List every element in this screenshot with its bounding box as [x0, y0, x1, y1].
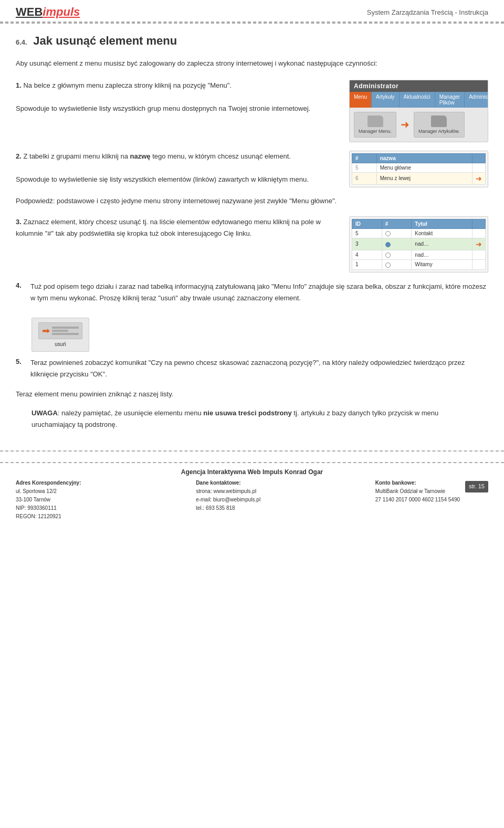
- ss3-row-4-empty: [472, 260, 486, 269]
- ss3-table: ID # Tytuł 5 Kontakt: [352, 219, 486, 270]
- footer-contact-col: Dane kontaktowe: strona: www.webimpuls.p…: [196, 479, 260, 521]
- step-5-num: 5.: [16, 357, 30, 380]
- step-1-num: 1.: [16, 81, 22, 89]
- step-1-text: 1. Na belce z głównym menu zaplecza stro…: [16, 80, 339, 114]
- ss2-row-1-arrow: [472, 163, 486, 172]
- ss3-row-3-radio: [382, 250, 412, 259]
- ss1-nav-menu: Menu: [350, 92, 372, 108]
- ss3-th-id: ID: [352, 219, 382, 228]
- ss3-thead: ID # Tytuł: [352, 219, 486, 228]
- screenshot-3: ID # Tytuł 5 Kontakt: [349, 216, 488, 272]
- step-3-num: 3.: [16, 218, 22, 226]
- main-content: 6.4. Jak usunąć element menu Aby usunąć …: [0, 24, 504, 450]
- ss3-row-1-title: Kontakt: [412, 228, 472, 238]
- ss2-table: # nazwa 5 Menu główne 6 Me: [352, 153, 486, 185]
- intro-paragraph: Aby usunąć element z menu musisz być zal…: [16, 58, 488, 69]
- usun-label: usuń: [38, 341, 82, 347]
- footer-nip: NIP: 9930360111: [16, 504, 81, 512]
- ss1-nav: Menu Artykuły Aktualności Manager Plików…: [350, 92, 488, 108]
- footer-page-number: str. 15: [465, 481, 488, 492]
- footer-bank-label: Konto bankowe:: [375, 479, 460, 487]
- ss1-manager-artykuly-label: Manager Artykułów.: [418, 129, 460, 134]
- footer-contact-label: Dane kontaktowe:: [196, 479, 260, 487]
- ss1-admin-bar: Administrator: [350, 80, 488, 92]
- ss1-manager-artykuly-box: Manager Artykułów.: [414, 112, 465, 138]
- step-4-text: Tuż pod opisem tego działu i zaraz nad t…: [30, 281, 488, 304]
- footer-bank-1: MultiBank Oddział w Tarnowie: [375, 487, 460, 496]
- section-title: Jak usunąć element menu: [33, 34, 177, 47]
- ss1-nav-manager-plikow: Manager Plików: [435, 92, 465, 108]
- step-1-image: Administrator Menu Artykuły Aktualności …: [349, 80, 488, 142]
- step-2-text3: Spowoduje to wyświetlenie się listy wszy…: [16, 175, 309, 183]
- ss1-arrow-icon: ➜: [398, 118, 412, 131]
- radio-2: [385, 242, 391, 247]
- footer-address-2: 33-100 Tarnów: [16, 496, 81, 504]
- step-2-text1: Z tabelki z grupami menu kliknij na: [23, 152, 130, 160]
- usun-screenshot: ➡ usuń: [32, 318, 89, 352]
- radio-4: [385, 263, 391, 268]
- ss2-th-hash: #: [352, 153, 377, 163]
- ss3-th-tytul: Tytuł: [412, 219, 472, 228]
- usun-toolbar: ➡: [38, 322, 82, 339]
- ss3-row-2-radio: [382, 238, 412, 250]
- step-5-text: Teraz powinieneś zobaczyć komunikat "Czy…: [30, 357, 488, 380]
- screenshot-1: Administrator Menu Artykuły Aktualności …: [349, 80, 488, 142]
- uwaga-label: UWAGA: [32, 409, 58, 417]
- ss2-tbody: 5 Menu główne 6 Menu z lewej ➜: [352, 163, 486, 184]
- step-3-text: 3. Zaznacz element, który chcesz usunąć …: [16, 216, 339, 239]
- footer-phone: tel.: 693 535 818: [196, 504, 260, 512]
- step-2-text: 2. Z tabelki z grupami menu kliknij na n…: [16, 151, 339, 185]
- ss1-nav-aktualnosci: Aktualności: [400, 92, 435, 108]
- ss2-th-arrow: [472, 153, 486, 163]
- ss2-row-1-name: Menu główne: [376, 163, 472, 172]
- ss3-row-3: 4 nad…: [352, 250, 486, 259]
- ss1-icon-area: Manager Menu. ➜ Manager Artykułów.: [354, 112, 465, 138]
- ss3-row-1-empty: [472, 228, 486, 238]
- ss3-th-arrow: [472, 219, 486, 228]
- footer-address-label: Adres Korespondencyjny:: [16, 479, 81, 487]
- ss1-nav-artykuly: Artykuły: [372, 92, 400, 108]
- ss1-body: Manager Menu. ➜ Manager Artykułów.: [350, 108, 488, 142]
- footer-cols: Adres Korespondencyjny: ul. Sportowa 12/…: [16, 479, 488, 521]
- uwaga-text1: : należy pamiętać, że usunięcie elementu…: [58, 409, 204, 417]
- step-2-num: 2.: [16, 152, 22, 160]
- footer-email: e-mail: biuro@webimpuls.pl: [196, 496, 260, 504]
- usun-arrow-icon: ➡: [42, 325, 50, 337]
- section-title-block: 6.4. Jak usunąć element menu: [16, 34, 488, 48]
- ss3-row-2-arrow: ➜: [472, 238, 486, 250]
- usun-line-2: [52, 330, 68, 332]
- uwaga-block: UWAGA: należy pamiętać, że usunięcie ele…: [32, 407, 472, 431]
- ss3-row-1-id: 5: [352, 228, 382, 238]
- footer-address-col: Adres Korespondencyjny: ul. Sportowa 12/…: [16, 479, 81, 521]
- ss2-th-nazwa: nazwa: [376, 153, 472, 163]
- step-2-bold: nazwę: [130, 152, 151, 160]
- logo-web-text: WEB: [16, 5, 43, 18]
- header-subtitle: System Zarządzania Treścią - Instrukcja: [367, 8, 488, 16]
- ss1-manager-menu-box: Manager Menu.: [354, 112, 396, 138]
- screenshot-2: # nazwa 5 Menu główne 6 Me: [349, 151, 488, 187]
- footer-divider: [0, 450, 504, 452]
- ss3-row-4: 1 Witamy: [352, 260, 486, 269]
- ss3-row-2-title: nad…: [412, 238, 472, 250]
- footer-right-col: Konto bankowe: MultiBank Oddział w Tarno…: [375, 479, 488, 521]
- ss3-row-2: 3 nad… ➜: [352, 238, 486, 250]
- ss3-row-4-id: 1: [352, 260, 382, 269]
- ss3-row-4-title: Witamy: [412, 260, 472, 269]
- ss3-tbody: 5 Kontakt 3 nad… ➜ 4: [352, 228, 486, 269]
- footer-bank-2: 27 1140 2017 0000 4602 1154 5490: [375, 496, 460, 504]
- ss1-manager-menu-label: Manager Menu.: [359, 129, 392, 134]
- step-3-text1: Zaznacz element, który chcesz usunąć tj.…: [16, 218, 321, 237]
- ss2-thead: # nazwa: [352, 153, 486, 163]
- ss2-row-2-arrow: ➜: [472, 172, 486, 184]
- page-header: WEBimpuls System Zarządzania Treścią - I…: [0, 0, 504, 23]
- step-3-image: ID # Tytuł 5 Kontakt: [349, 216, 488, 272]
- step-1-row: 1. Na belce z głównym menu zaplecza stro…: [16, 80, 488, 142]
- hint-box: Podpowiedź: podstawowe i często jedyne m…: [16, 196, 488, 207]
- step-5-block: 5. Teraz powinieneś zobaczyć komunikat "…: [16, 357, 488, 380]
- logo: WEBimpuls: [16, 5, 80, 19]
- page-footer: Agencja Interaktywna Web Impuls Konrad O…: [0, 462, 504, 523]
- usun-line-1: [52, 327, 79, 329]
- ss3-th-hash: #: [382, 219, 412, 228]
- outro-paragraph: Teraz element menu powinien zniknąć z na…: [16, 389, 488, 400]
- step-4-block: 4. Tuż pod opisem tego działu i zaraz na…: [16, 281, 488, 304]
